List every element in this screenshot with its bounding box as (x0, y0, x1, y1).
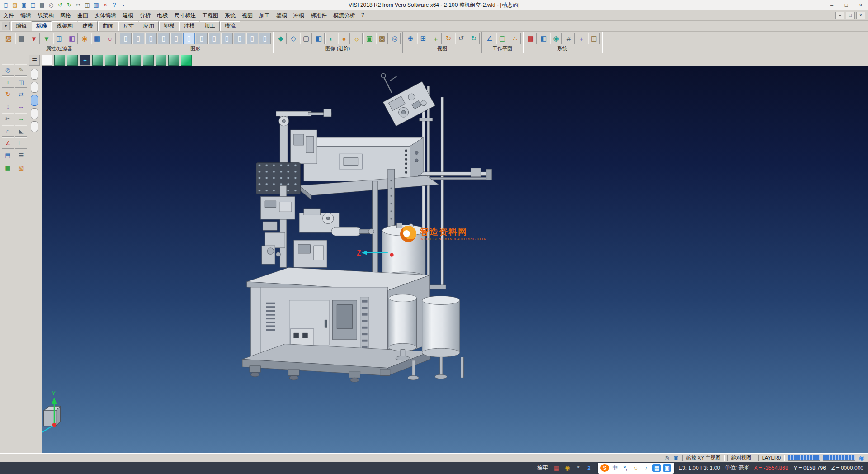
stretch-entity-icon[interactable]: ↔ (15, 101, 27, 112)
chamfer-icon[interactable]: ◣ (15, 125, 27, 137)
texture-icon[interactable]: ▩ (376, 33, 388, 44)
refresh-view-icon[interactable]: ↻ (468, 33, 480, 44)
views-menu-icon[interactable]: ☰ (29, 55, 40, 66)
polygon-icon[interactable]: ▯ (221, 33, 233, 44)
menu-file[interactable]: 文件 (0, 11, 17, 20)
grid-icon[interactable]: # (563, 33, 575, 44)
back-view-icon[interactable] (130, 55, 141, 66)
minimize-button[interactable]: – (825, 0, 839, 10)
clip-plane-icon-5[interactable] (31, 121, 38, 132)
extend-icon[interactable]: → (15, 113, 27, 124)
tab-dimension[interactable]: 尺寸 (118, 21, 138, 31)
delete-icon[interactable]: × (101, 1, 109, 9)
soft-keyboard-icon[interactable]: ▦ (652, 464, 661, 472)
zoom-window-icon[interactable]: ⊞ (417, 33, 429, 44)
bottom-view-icon[interactable] (143, 55, 154, 66)
edit-geometry-icon[interactable]: ✎ (15, 64, 27, 76)
tab-flow[interactable]: 模流 (220, 21, 240, 31)
zoom-extents-icon[interactable]: ⊕ (405, 33, 416, 44)
menu-electrode[interactable]: 电极 (154, 11, 171, 20)
section-view-icon[interactable]: ◧ (313, 33, 325, 44)
offset-geo-icon[interactable]: ▯ (234, 33, 245, 44)
wireframe-mode-icon[interactable]: ◇ (288, 33, 299, 44)
print-icon[interactable]: ▤ (38, 1, 46, 9)
measure-icon[interactable]: ∠ (2, 137, 14, 149)
ellipse-icon[interactable]: ▯ (208, 33, 220, 44)
clip-plane-icon-3[interactable] (31, 95, 38, 106)
scale-entity-icon[interactable]: ↕ (2, 101, 14, 112)
menu-dimension[interactable]: 尺寸标注 (171, 11, 199, 20)
layout-icon[interactable]: ◫ (588, 33, 600, 44)
menu-mesh[interactable]: 网格 (57, 11, 74, 20)
iso-view-icon[interactable] (54, 55, 65, 66)
lang-mode-icon[interactable]: 中 (611, 464, 619, 472)
material-icon[interactable]: ● (338, 33, 350, 44)
profile-icon[interactable]: ▯ (183, 33, 195, 44)
translate-icon[interactable]: + (2, 76, 14, 88)
viewport[interactable]: Z Y X (42, 66, 868, 453)
workplane-entity-icon[interactable]: ▢ (496, 33, 508, 44)
menu-modeling[interactable]: 建模 (119, 11, 137, 20)
tab-application[interactable]: 应用 (139, 21, 159, 31)
snap-settings-icon[interactable]: + (576, 33, 587, 44)
undo-icon[interactable]: ↺ (56, 1, 64, 9)
layers-icon[interactable]: ▤ (2, 150, 14, 161)
pan-view-icon[interactable]: + (430, 33, 442, 44)
cut-icon[interactable]: ✂ (74, 1, 82, 9)
menu-wireframe[interactable]: 线架构 (34, 11, 57, 20)
clip-plane-icon-2[interactable] (31, 82, 38, 93)
clip-plane-icon-4[interactable] (31, 108, 38, 119)
osnap-toggle-icon[interactable]: ◉ (563, 464, 571, 472)
snapshot-icon[interactable]: ◎ (389, 33, 401, 44)
attr-paint-icon[interactable]: ▨ (3, 33, 14, 44)
tab-mold[interactable]: 塑模 (159, 21, 179, 31)
text-geo-icon[interactable]: ▯ (246, 33, 258, 44)
filter-add-icon[interactable]: ▼ (41, 33, 52, 44)
mic-icon[interactable]: ♪ (642, 464, 651, 472)
snap-toggle-icon[interactable]: ▦ (552, 464, 561, 472)
workplane-standard-icon[interactable]: ∠ (484, 33, 495, 44)
rotate-entity-icon[interactable]: ↻ (2, 89, 14, 100)
active-layer-field[interactable]: LAYER0 (758, 455, 785, 461)
tab-wireframe[interactable]: 线架构 (52, 21, 77, 31)
sogou-logo-icon[interactable]: S (600, 464, 609, 472)
toolbox-icon[interactable]: ▣ (663, 464, 671, 472)
dimension-icon[interactable]: ⊢ (15, 137, 27, 149)
color-table-icon[interactable]: ▦ (525, 33, 537, 44)
line-icon[interactable]: ▯ (132, 33, 144, 44)
menu-surface[interactable]: 曲面 (74, 11, 91, 20)
tab-surface[interactable]: 曲面 (98, 21, 118, 31)
screen-settings-icon[interactable]: ◧ (538, 33, 549, 44)
tab-die[interactable]: 冲模 (179, 21, 199, 31)
arc-icon[interactable]: ▯ (145, 33, 157, 44)
absolute-view-field[interactable]: 绝对视图 (727, 455, 755, 461)
menu-analysis[interactable]: 分析 (137, 11, 154, 20)
save-icon[interactable]: ▣ (20, 1, 28, 9)
qat-options-icon[interactable]: ▼ (119, 1, 127, 9)
maximize-button[interactable]: □ (839, 0, 854, 10)
menu-help[interactable]: ? (358, 11, 368, 20)
shaded-mode-icon[interactable]: ◆ (275, 33, 287, 44)
menu-standard-parts[interactable]: 标准件 (307, 11, 330, 20)
attr-copy-icon[interactable]: ◫ (53, 33, 65, 44)
punctuation-icon[interactable]: °, (621, 464, 630, 472)
open-file-icon[interactable]: ▨ (11, 1, 19, 9)
front-view-icon[interactable] (67, 55, 78, 66)
tab-machining[interactable]: 加工 (200, 21, 220, 31)
light-icon[interactable]: ☼ (351, 33, 363, 44)
tab-modeling[interactable]: 建模 (78, 21, 98, 31)
menu-view[interactable]: 视图 (239, 11, 256, 20)
new-file-icon[interactable]: ▢ (2, 1, 10, 9)
attr-print-icon[interactable]: ▤ (15, 33, 27, 44)
menu-drawing[interactable]: 工程图 (199, 11, 222, 20)
top-view-icon[interactable] (92, 55, 103, 66)
menu-solid-edit[interactable]: 实体编辑 (91, 11, 119, 20)
tab-overflow-icon[interactable]: ▼ (2, 22, 10, 30)
copy-entity-icon[interactable]: ◫ (15, 76, 27, 88)
selection-mask-icon[interactable]: ◉ (79, 33, 90, 44)
orbit-icon[interactable]: ◎ (663, 455, 670, 461)
preview-icon[interactable]: ◎ (47, 1, 55, 9)
transparency-icon[interactable]: ◐ (326, 33, 337, 44)
plane-indicator-icon[interactable]: ▣ (672, 455, 679, 461)
zoom-select-icon[interactable]: ◎ (2, 64, 14, 76)
